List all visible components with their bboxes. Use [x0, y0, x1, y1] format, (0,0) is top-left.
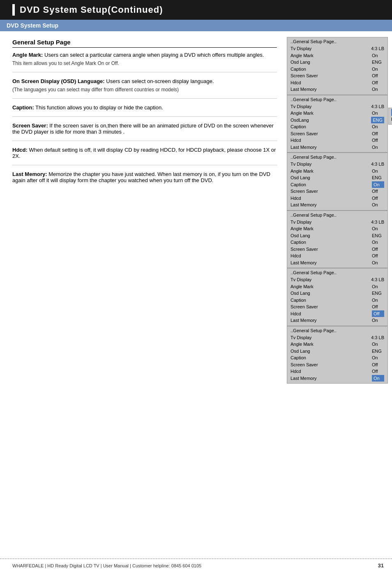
osd-row-value-0-1: On: [372, 52, 384, 59]
osd-row-value-2-3: On: [372, 181, 384, 188]
osd-row-label-4-5: Hdcd: [291, 310, 323, 317]
osd-panel-title-panel-6: ..General Setup Page..: [291, 328, 384, 333]
section-bar-label: DVD System Setup: [7, 22, 58, 29]
osd-row-2-5: Hdcd Off: [291, 195, 384, 202]
osd-row-label-0-5: Hdcd: [291, 79, 323, 86]
feature-text-screen-saver: Screen Saver: If the screen saver is on,…: [12, 123, 277, 135]
osd-row-value-4-2: ENG: [372, 290, 384, 297]
osd-row-label-1-0: Tv Display: [291, 103, 323, 110]
osd-row-label-5-5: Hdcd: [291, 368, 323, 375]
feature-title-caption: Caption:: [12, 104, 34, 111]
osd-row-value-1-3: On: [372, 123, 384, 130]
osd-row-value-1-4: Off: [372, 130, 384, 137]
page-title: DVD System Setup(Continued): [20, 5, 163, 15]
osd-row-2-3: Caption On: [291, 181, 384, 188]
osd-row-0-2: Osd Lang ENG: [291, 59, 384, 66]
osd-row-value-0-3: On: [372, 66, 384, 73]
osd-row-label-4-3: Caption: [291, 297, 323, 304]
osd-row-value-1-5: Off: [372, 137, 384, 144]
osd-row-value-4-4: Off: [372, 303, 384, 310]
osd-panel-panel-3: ..General Setup Page.. Tv Display 4:3 LB…: [287, 153, 388, 211]
osd-row-4-4: Screen Saver Off: [291, 303, 384, 310]
feature-title-last-memory: Last Memory:: [12, 171, 47, 177]
osd-panel-title-panel-5: ..General Setup Page..: [291, 270, 384, 275]
osd-row-value-0-0: 4:3 LB: [371, 45, 384, 52]
osd-row-4-6: Last Memory On: [291, 317, 384, 324]
osd-row-2-6: Last Memory On: [291, 201, 384, 208]
osd-row-3-2: Osd Lang ENG: [291, 232, 384, 239]
osd-row-label-0-3: Caption: [291, 66, 323, 73]
osd-row-value-0-5: Off: [372, 79, 384, 86]
osd-row-label-1-5: Hdcd: [291, 137, 323, 144]
osd-row-value-4-5: Off: [372, 310, 384, 317]
osd-row-label-1-6: Last Memory: [291, 144, 323, 151]
osd-row-5-2: Osd Lang ENG: [291, 348, 384, 355]
osd-row-value-2-0: 4:3 LB: [371, 161, 384, 168]
section-heading: General Setup Page: [12, 39, 277, 48]
osd-row-5-3: Caption On: [291, 354, 384, 361]
osd-row-value-2-6: On: [372, 201, 384, 208]
osd-row-value-3-0: 4:3 LB: [371, 219, 384, 226]
osd-row-label-1-4: Screen Saver: [291, 130, 323, 137]
osd-row-0-6: Last Memory On: [291, 86, 384, 93]
osd-row-5-5: Hdcd Off: [291, 368, 384, 375]
osd-row-3-6: Last Memory On: [291, 259, 384, 266]
osd-panel-panel-4: ..General Setup Page.. Tv Display 4:3 LB…: [287, 211, 388, 268]
osd-row-label-0-0: Tv Display: [291, 45, 323, 52]
osd-row-label-2-4: Screen Saver: [291, 188, 323, 195]
page-footer: WHARFEDALE | HD Ready Digital LCD TV | U…: [0, 558, 392, 569]
feature-block-caption: Caption: This function allows you to dis…: [12, 104, 277, 117]
feature-text-osd-lang: On Screen Display (OSD) Language: Users …: [12, 78, 277, 84]
osd-row-label-3-1: Angle Mark: [291, 225, 323, 232]
osd-panel-title-panel-1: ..General Setup Page..: [291, 39, 384, 44]
osd-wrapper-panel-5: ..General Setup Page.. Tv Display 4:3 LB…: [287, 268, 388, 326]
osd-row-label-3-3: Caption: [291, 239, 323, 246]
osd-row-value-5-3: On: [372, 354, 384, 361]
osd-row-2-1: Angle Mark On: [291, 168, 384, 175]
osd-row-label-5-4: Screen Saver: [291, 361, 323, 368]
osd-row-label-3-6: Last Memory: [291, 259, 323, 266]
osd-row-label-3-4: Screen Saver: [291, 246, 323, 253]
section-bar: DVD System Setup: [0, 20, 392, 31]
osd-row-1-5: Hdcd Off: [291, 137, 384, 144]
osd-row-1-1: Angle Mark On: [291, 110, 384, 117]
osd-row-value-3-5: Off: [372, 252, 384, 259]
osd-row-value-2-1: On: [372, 168, 384, 175]
osd-row-value-2-5: Off: [372, 195, 384, 202]
feature-block-osd-lang: On Screen Display (OSD) Language: Users …: [12, 78, 277, 99]
osd-row-3-3: Caption On: [291, 239, 384, 246]
osd-row-value-5-5: Off: [372, 368, 384, 375]
osd-row-label-1-1: Angle Mark: [291, 110, 323, 117]
osd-row-1-0: Tv Display 4:3 LB: [291, 103, 384, 110]
osd-row-5-4: Screen Saver Off: [291, 361, 384, 368]
osd-wrapper-panel-3: ..General Setup Page.. Tv Display 4:3 LB…: [287, 153, 388, 211]
osd-row-value-3-4: Off: [372, 246, 384, 253]
left-column: General Setup Page Angle Mark: Users can…: [0, 35, 285, 385]
osd-row-label-5-0: Tv Display: [291, 334, 323, 341]
osd-row-4-3: Caption On: [291, 297, 384, 304]
osd-row-1-3: Caption On: [291, 123, 384, 130]
osd-wrapper-panel-2: ..General Setup Page.. Tv Display 4:3 LB…: [287, 95, 388, 153]
osd-row-label-5-6: Last Memory: [291, 375, 323, 382]
osd-row-4-0: Tv Display 4:3 LB: [291, 276, 384, 283]
feature-title-screen-saver: Screen Saver:: [12, 123, 48, 129]
osd-row-1-2: OsdLang ENG: [291, 117, 384, 124]
osd-row-2-2: Osd Lang ENG: [291, 174, 384, 181]
osd-row-label-5-3: Caption: [291, 354, 323, 361]
osd-row-value-4-1: On: [372, 283, 384, 290]
feature-desc-osd-lang: Users can select on-screen display langu…: [105, 78, 214, 84]
osd-row-1-4: Screen Saver Off: [291, 130, 384, 137]
osd-row-0-1: Angle Mark On: [291, 52, 384, 59]
osd-row-value-3-6: On: [372, 259, 384, 266]
osd-row-label-2-5: Hdcd: [291, 195, 323, 202]
osd-panel-panel-5: ..General Setup Page.. Tv Display 4:3 LB…: [287, 268, 388, 326]
osd-row-4-5: Hdcd Off: [291, 310, 384, 317]
osd-row-label-1-2: OsdLang: [291, 117, 323, 124]
osd-wrapper-panel-6: ..General Setup Page.. Tv Display 4:3 LB…: [287, 326, 388, 384]
osd-row-label-2-6: Last Memory: [291, 201, 323, 208]
feature-desc-hdcd: When default setting is off, it will dis…: [12, 147, 276, 159]
osd-row-value-3-1: On: [372, 225, 384, 232]
osd-row-value-5-2: ENG: [372, 348, 384, 355]
feature-title-angle-mark: Angle Mark:: [12, 52, 43, 58]
osd-row-label-0-1: Angle Mark: [291, 52, 323, 59]
